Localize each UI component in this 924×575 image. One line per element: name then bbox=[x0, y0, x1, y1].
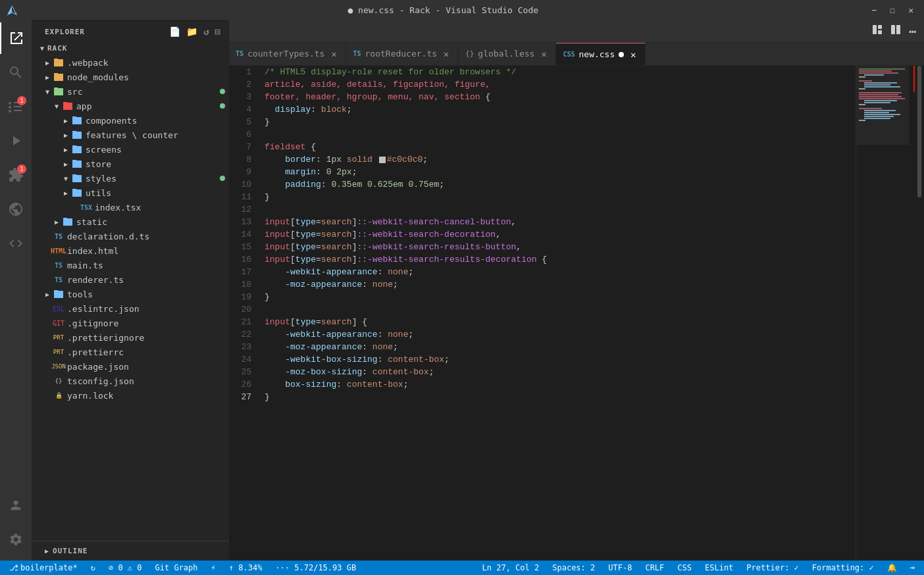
code-line-2: article, aside, details, figcaption, fig… bbox=[265, 78, 856, 91]
modified-dot bbox=[619, 52, 624, 57]
git-percent-status[interactable]: ↑ 8.34% bbox=[226, 561, 265, 575]
tree-item-declaration[interactable]: TS declaration.d.ts bbox=[32, 229, 229, 243]
code-line-14: input[type=search]::-webkit-search-decor… bbox=[265, 228, 856, 241]
layout-icon[interactable] bbox=[869, 22, 885, 40]
prettier-status[interactable]: Prettier: ✓ bbox=[744, 561, 801, 575]
minimize-button[interactable]: − bbox=[868, 4, 881, 16]
code-line-13: input[type=search]::-webkit-search-cance… bbox=[265, 216, 856, 228]
tree-item-prettierrc[interactable]: PRT .prettierrc bbox=[32, 345, 229, 359]
code-editor[interactable]: /* HTML5 display-role reset for older br… bbox=[262, 66, 856, 561]
activity-run[interactable] bbox=[0, 125, 32, 157]
tree-item-prettierignore[interactable]: PRT .prettierignore bbox=[32, 330, 229, 345]
branch-status[interactable]: ⎇ boilerplate* bbox=[7, 561, 80, 575]
tree-item-package-json[interactable]: JSON package.json bbox=[32, 359, 229, 374]
activity-extensions[interactable]: 1 bbox=[0, 159, 32, 191]
maximize-button[interactable]: ☐ bbox=[886, 4, 899, 16]
tab-new-css-label: new.css bbox=[578, 49, 615, 59]
tab-global-less[interactable]: {} global.less ✕ bbox=[459, 43, 556, 65]
code-line-19: } bbox=[265, 291, 856, 303]
activity-bar: 1 1 bbox=[0, 20, 32, 561]
code-line-12 bbox=[265, 203, 856, 216]
encoding-status[interactable]: UTF-8 bbox=[605, 561, 634, 575]
split-editor-icon[interactable] bbox=[888, 22, 904, 40]
formatting-status[interactable]: Formatting: ✓ bbox=[809, 561, 877, 575]
eslint-status[interactable]: ESLint bbox=[702, 561, 736, 575]
tree-item-app[interactable]: ▼ app bbox=[32, 99, 229, 113]
code-line-6 bbox=[265, 128, 856, 141]
tab-counter-types-close[interactable]: ✕ bbox=[328, 49, 339, 59]
broadcast-status[interactable]: ⊸ bbox=[908, 561, 917, 575]
tree-item-eslint[interactable]: ESL .eslintrc.json bbox=[32, 301, 229, 316]
tree-item-static[interactable]: ▶ static bbox=[32, 214, 229, 229]
activity-search[interactable] bbox=[0, 57, 32, 88]
vscode-logo-icon: ⮙ bbox=[7, 3, 18, 17]
code-line-1: /* HTML5 display-role reset for older br… bbox=[265, 66, 856, 78]
tab-new-css[interactable]: CSS new.css ✕ bbox=[556, 43, 646, 65]
tab-counter-types-label: counterTypes.ts bbox=[247, 49, 324, 59]
tree-item-main-ts[interactable]: TS main.ts bbox=[32, 258, 229, 272]
line-ending-status[interactable]: CRLF bbox=[642, 561, 667, 575]
tree-item-tsconfig[interactable]: {} tsconfig.json bbox=[32, 374, 229, 388]
tree-item-renderer-ts[interactable]: TS renderer.ts bbox=[32, 272, 229, 287]
tree-item-yarn[interactable]: 🔒 yarn.lock bbox=[32, 388, 229, 403]
outline-section[interactable]: ▶ OUTLINE bbox=[32, 541, 229, 561]
cursor-position-status[interactable]: Ln 27, Col 2 bbox=[480, 561, 542, 575]
tree-item-components[interactable]: ▶ components bbox=[32, 113, 229, 128]
memory-status[interactable]: ··· 5.72/15.93 GB bbox=[272, 561, 359, 575]
scrollbar[interactable] bbox=[915, 66, 924, 561]
refresh-icon[interactable]: ↺ bbox=[203, 26, 209, 37]
root-reducer-icon: TS bbox=[353, 50, 361, 57]
activity-source-control[interactable]: 1 bbox=[0, 91, 32, 122]
tree-item-store[interactable]: ▶ store bbox=[32, 157, 229, 171]
sidebar-header: EXPLORER 📄 📁 ↺ ⊟ bbox=[32, 20, 229, 41]
status-bar: ⎇ boilerplate* ↻ ⊘ 0 ⚠ 0 Git Graph ⚡ ↑ 8… bbox=[0, 561, 924, 575]
source-control-badge: 1 bbox=[17, 96, 26, 105]
tab-global-less-close[interactable]: ✕ bbox=[538, 49, 549, 59]
new-file-icon[interactable]: 📄 bbox=[169, 26, 181, 37]
sidebar-title: EXPLORER bbox=[45, 28, 85, 36]
tree-item-gitignore[interactable]: GIT .gitignore bbox=[32, 316, 229, 330]
code-line-7: fieldset { bbox=[265, 141, 856, 153]
tree-item-styles[interactable]: ▼ styles bbox=[32, 171, 229, 186]
svg-rect-4 bbox=[896, 25, 900, 34]
tab-root-reducer-close[interactable]: ✕ bbox=[441, 49, 451, 59]
tree-item-features-counter[interactable]: ▶ features \ counter bbox=[32, 128, 229, 142]
tree-root-rack[interactable]: ▼ RACK bbox=[32, 41, 229, 55]
close-button[interactable]: ✕ bbox=[904, 4, 917, 16]
activity-code[interactable] bbox=[0, 228, 32, 259]
minimap bbox=[856, 66, 915, 561]
tree-item-screens[interactable]: ▶ screens bbox=[32, 142, 229, 157]
code-line-17: -webkit-appearance: none; bbox=[265, 266, 856, 278]
code-line-11: } bbox=[265, 191, 856, 203]
more-actions-icon[interactable]: ⋯ bbox=[906, 22, 919, 41]
lightning-status[interactable]: ⚡ bbox=[209, 561, 218, 575]
new-folder-icon[interactable]: 📁 bbox=[186, 26, 198, 37]
activity-explorer[interactable] bbox=[0, 22, 32, 54]
activity-settings[interactable] bbox=[0, 524, 32, 555]
activity-account[interactable] bbox=[0, 489, 32, 521]
bell-status[interactable]: 🔔 bbox=[885, 561, 900, 575]
language-status[interactable]: CSS bbox=[675, 561, 694, 575]
scrollbar-thumb[interactable] bbox=[917, 66, 921, 197]
top-icons-bar: ⋯ bbox=[229, 20, 924, 43]
tree-item-index-html[interactable]: HTML index.html bbox=[32, 243, 229, 258]
collapse-icon[interactable]: ⊟ bbox=[215, 26, 221, 37]
code-line-4: display: block; bbox=[265, 103, 856, 116]
spaces-status[interactable]: Spaces: 2 bbox=[550, 561, 598, 575]
git-graph-status[interactable]: Git Graph bbox=[153, 561, 201, 575]
tree-item-src[interactable]: ▼ src bbox=[32, 84, 229, 99]
tree-item-node-modules[interactable]: ▶ node_modules bbox=[32, 70, 229, 84]
tree-item-tools[interactable]: ▶ tools bbox=[32, 287, 229, 301]
errors-status[interactable]: ⊘ 0 ⚠ 0 bbox=[106, 561, 145, 575]
tree-item-webpack[interactable]: ▶ .webpack bbox=[32, 55, 229, 70]
global-less-icon: {} bbox=[465, 49, 474, 58]
tab-counter-types[interactable]: TS counterTypes.ts ✕ bbox=[229, 43, 346, 65]
tree-item-utils[interactable]: ▶ utils bbox=[32, 186, 229, 200]
tab-root-reducer[interactable]: TS rootReducer.ts ✕ bbox=[346, 43, 459, 65]
sync-status[interactable]: ↻ bbox=[88, 561, 98, 575]
tab-new-css-close[interactable]: ✕ bbox=[628, 49, 638, 60]
title-text: ● new.css - Rack - Visual Studio Code bbox=[347, 5, 538, 15]
tree-item-index-tsx[interactable]: TSX index.tsx bbox=[32, 200, 229, 214]
activity-remote[interactable] bbox=[0, 193, 32, 225]
code-line-5: } bbox=[265, 116, 856, 128]
